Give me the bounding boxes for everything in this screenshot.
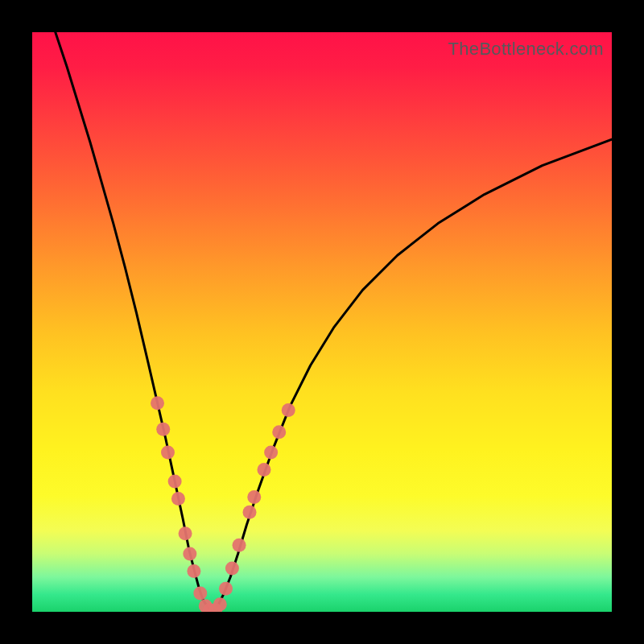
markers-layer — [151, 396, 295, 612]
watermark-text: TheBottleneck.com — [448, 39, 604, 60]
data-point — [156, 423, 170, 436]
data-point — [282, 403, 295, 417]
data-point — [193, 586, 207, 600]
curve-right-curve — [212, 139, 612, 612]
data-point — [264, 446, 278, 460]
data-point — [187, 564, 200, 578]
data-point — [233, 539, 246, 552]
data-point — [225, 562, 239, 576]
data-point — [168, 475, 182, 489]
data-point — [247, 490, 261, 504]
data-point — [272, 425, 286, 439]
data-point — [258, 463, 271, 477]
lines-layer — [56, 32, 612, 612]
data-point — [179, 526, 192, 540]
data-point — [213, 597, 227, 611]
data-point — [183, 547, 196, 561]
data-point — [161, 446, 175, 460]
data-point — [219, 582, 233, 596]
curve-left-curve — [56, 32, 212, 612]
data-point — [243, 506, 257, 519]
plot-area: TheBottleneck.com — [32, 32, 612, 612]
data-point — [151, 396, 164, 410]
chart-stage: TheBottleneck.com — [0, 0, 644, 644]
data-point — [171, 492, 185, 506]
chart-svg — [32, 32, 612, 612]
